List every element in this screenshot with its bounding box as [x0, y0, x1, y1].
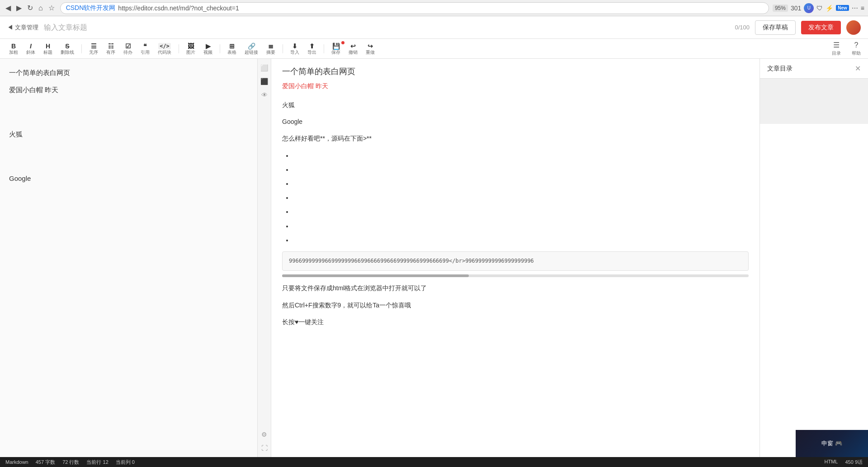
status-line-count: 72 行数: [62, 459, 79, 466]
toc-header: 文章目录 ✕: [760, 59, 868, 79]
unordered-list-label: 无序: [89, 50, 98, 55]
bookmark-button[interactable]: ☆: [47, 3, 57, 13]
code-scrollbar-thumb: [282, 274, 469, 277]
settings-icon-button[interactable]: ⚙: [259, 429, 269, 440]
export-icon: ⬆: [309, 43, 315, 49]
preview-para-google: Google: [282, 116, 749, 127]
ordered-list-label: 有序: [106, 50, 115, 55]
import-icon: ⬇: [292, 43, 297, 49]
heading-button[interactable]: H 标题: [40, 42, 56, 56]
editor-line-1: 一个简单的表白网页: [9, 66, 248, 80]
code-scrollbar[interactable]: [282, 274, 749, 277]
unordered-list-icon: ☰: [91, 43, 97, 49]
strikethrough-button[interactable]: S 删除线: [57, 42, 78, 56]
shield-icon: 🛡: [816, 5, 823, 12]
editor-divider: ⬜ ⬛ 👁 ⚙ ⛶ ▭: [258, 59, 271, 467]
export-label: 导出: [307, 50, 316, 55]
preview-para-fox: 火狐: [282, 99, 749, 111]
preview-code-block: 9966999999966999999966996666996669999966…: [282, 251, 749, 271]
forward-button[interactable]: ▶: [14, 3, 24, 13]
preview-toggle-button[interactable]: 👁: [259, 90, 269, 100]
lightning-icon: ⚡: [826, 5, 833, 12]
toolbar-sep-1: [81, 44, 82, 53]
editor-toolbar: B 加粗 I 斜体 H 标题 S 删除线 ☰ 无序 ☷ 有序 ☑ 待办 ❝: [0, 39, 868, 59]
url-text: https://editor.csdn.net/md/?not_checkout…: [118, 5, 239, 12]
unordered-list-button[interactable]: ☰ 无序: [85, 42, 102, 56]
code-block-icon: </>: [158, 43, 171, 49]
bold-button[interactable]: B 加粗: [5, 42, 22, 56]
toc-button[interactable]: ☰ 目录: [828, 39, 844, 58]
format-group: B 加粗 I 斜体 H 标题 S 删除线: [4, 42, 80, 56]
italic-icon: I: [30, 43, 32, 49]
save-button[interactable]: 💾 保存: [328, 42, 344, 56]
table-icon: ⊞: [229, 43, 235, 49]
home-button[interactable]: ⌂: [37, 3, 45, 13]
ordered-list-button[interactable]: ☷ 有序: [103, 42, 119, 56]
help-icon: ?: [854, 41, 859, 49]
table-button[interactable]: ⊞ 表格: [224, 42, 240, 56]
markdown-editor[interactable]: 一个简单的表白网页 爱国小白帽 昨天 火狐 Google: [0, 59, 258, 467]
publish-button[interactable]: 发布文章: [801, 21, 841, 34]
undo-button[interactable]: ↩ 撤销: [345, 42, 361, 56]
video-button[interactable]: ▶ 视频: [200, 42, 216, 56]
video-label: 视频: [203, 50, 212, 55]
toc-close-button[interactable]: ✕: [855, 64, 861, 73]
quote-icon: ❝: [143, 43, 147, 49]
back-button[interactable]: ◀: [4, 3, 13, 13]
browser-chrome: ◀ ▶ ↻ ⌂ ☆ CSDN软件开发网 https://editor.csdn.…: [0, 0, 868, 16]
editor-main: 一个简单的表白网页 爱国小白帽 昨天 火狐 Google ⬜ ⬛ 👁 ⚙ ⛶ ▭…: [0, 59, 868, 467]
heading-label: 标题: [43, 50, 52, 55]
redo-button[interactable]: ↪ 重做: [362, 42, 378, 56]
browser-right-icons: 95% 301 U 🛡 ⚡ New ⋯ ≡: [773, 3, 864, 13]
bottom-right-overlay[interactable]: 申窗 🎮: [796, 430, 868, 457]
preview-para-desc: 怎么样好看吧**，源码在下面>**: [282, 133, 749, 144]
list-item: [293, 150, 749, 161]
help-button[interactable]: ? 帮助: [848, 40, 864, 58]
columns-button[interactable]: ⬛: [259, 76, 270, 87]
task-list-icon: ☑: [125, 43, 131, 49]
code-block-button[interactable]: </> 代码块: [154, 42, 175, 56]
more-icon[interactable]: ⋯: [852, 5, 858, 12]
link-button[interactable]: 🔗 超链接: [241, 42, 262, 56]
reload-button[interactable]: ↻: [25, 3, 35, 13]
task-list-button[interactable]: ☑ 待办: [120, 42, 136, 56]
editor-line-2: 爱国小白帽 昨天: [9, 83, 248, 97]
redo-label: 重做: [366, 50, 375, 55]
status-cursor-col: 当前列 0: [116, 459, 135, 466]
ordered-list-icon: ☷: [108, 43, 114, 49]
list-item: [293, 164, 749, 175]
menu-icon[interactable]: ≡: [861, 5, 864, 12]
abstract-button[interactable]: ≣ 摘要: [263, 42, 279, 56]
user-avatar[interactable]: [846, 20, 861, 35]
link-label: 超链接: [245, 50, 258, 55]
profile-avatar[interactable]: U: [804, 3, 814, 13]
image-button[interactable]: 🖼 图片: [183, 42, 199, 56]
io-group: ⬇ 导入 ⬆ 导出: [285, 42, 322, 56]
status-cursor-line: 当前行 12: [86, 459, 108, 466]
back-to-articles[interactable]: ◀ 文章管理: [7, 24, 38, 32]
preview-para-1: 只要将文件保存成html格式在浏览器中打开就可以了: [282, 283, 749, 294]
url-bar[interactable]: CSDN软件开发网 https://editor.csdn.net/md/?no…: [60, 2, 769, 14]
italic-button[interactable]: I 斜体: [23, 42, 39, 56]
export-button[interactable]: ⬆ 导出: [304, 42, 320, 56]
import-button[interactable]: ⬇ 导入: [287, 42, 303, 56]
article-title-input[interactable]: [44, 24, 730, 32]
split-view-button[interactable]: ⬜: [259, 62, 270, 73]
char-count: 0/100: [735, 24, 750, 31]
save-dot-badge: [341, 41, 344, 44]
toc-content: [760, 79, 868, 124]
history-group: 💾 保存 ↩ 撤销 ↪ 重做: [326, 42, 380, 56]
import-label: 导入: [290, 50, 299, 55]
site-name: CSDN软件开发网: [66, 4, 116, 12]
abstract-label: 摘要: [266, 50, 275, 55]
quote-label: 引用: [141, 50, 150, 55]
save-draft-button[interactable]: 保存草稿: [755, 20, 796, 35]
quote-button[interactable]: ❝ 引用: [137, 42, 153, 56]
link-icon: 🔗: [248, 43, 255, 49]
video-icon: ▶: [206, 43, 211, 49]
status-right: HTML 450 9话: [825, 459, 863, 466]
list-item: [293, 235, 749, 246]
fullscreen-button[interactable]: ⛶: [259, 443, 269, 453]
status-count: 450 9话: [845, 459, 863, 466]
image-icon: 🖼: [188, 43, 194, 49]
